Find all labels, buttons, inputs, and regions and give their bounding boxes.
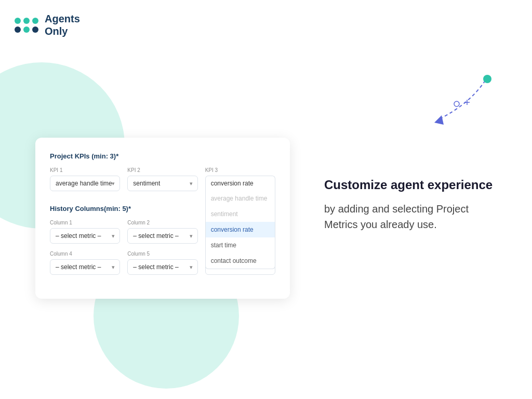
right-content: Customize agent experience by adding and…: [324, 177, 501, 232]
col4-select-wrapper: – select metric –: [50, 259, 120, 275]
col1-select-wrapper: – select metric –: [50, 228, 120, 244]
arrow-decoration: [397, 73, 501, 135]
col1-column: Column 1 – select metric –: [50, 220, 120, 244]
col5-label: Column 5: [127, 251, 197, 257]
col2-label: Column 2: [127, 220, 197, 225]
dropdown-item-sentiment[interactable]: sentiment: [206, 206, 275, 222]
col4-select[interactable]: – select metric –: [50, 259, 120, 275]
dot-4: [15, 26, 21, 33]
col2-select[interactable]: – select metric –: [127, 228, 197, 244]
kpi2-select[interactable]: sentiment: [127, 176, 197, 191]
col5-select[interactable]: – select metric –: [127, 259, 197, 275]
logo-dots: [15, 18, 38, 33]
kpi2-label: KPI 2: [127, 167, 197, 173]
dropdown-item-start-time[interactable]: start time: [206, 237, 275, 253]
dot-3: [32, 18, 38, 24]
right-headline: Customize agent experience: [324, 177, 501, 193]
dot-5: [23, 26, 30, 33]
kpi3-label: KPI 3: [205, 167, 275, 173]
kpi1-select-wrapper: average handle time: [50, 176, 120, 191]
col1-label: Column 1: [50, 220, 120, 225]
kpi1-column: KPI 1 average handle time: [50, 167, 120, 191]
col5-column: Column 5 – select metric –: [127, 251, 197, 275]
col4-label: Column 4: [50, 251, 120, 257]
kpi3-column: KPI 3 conversion rate average handle tim…: [205, 167, 275, 191]
dot-2: [23, 18, 30, 24]
kpi3-dropdown-menu: average handle time sentiment conversion…: [205, 191, 275, 269]
main-card: Project KPIs (min: 3)* KPI 1 average han…: [35, 138, 290, 299]
col4-column: Column 4 – select metric –: [50, 251, 120, 275]
dropdown-item-contact-outcome[interactable]: contact outcome: [206, 253, 275, 269]
kpi-section-title: Project KPIs (min: 3)*: [50, 152, 275, 160]
svg-marker-0: [434, 115, 444, 125]
col5-select-wrapper: – select metric –: [127, 259, 197, 275]
right-subtext: by adding and selecting Project Metrics …: [324, 201, 501, 232]
kpi2-select-wrapper: sentiment: [127, 176, 197, 191]
kpi-row: KPI 1 average handle time KPI 2 sentimen…: [50, 167, 275, 191]
dropdown-item-conversion[interactable]: conversion rate: [206, 222, 275, 237]
brand-name: Agents Only: [45, 12, 80, 37]
dropdown-item-aht[interactable]: average handle time: [206, 191, 275, 206]
kpi3-select-display[interactable]: conversion rate: [205, 176, 275, 191]
col1-select[interactable]: – select metric –: [50, 228, 120, 244]
kpi1-select[interactable]: average handle time: [50, 176, 120, 191]
kpi2-column: KPI 2 sentiment: [127, 167, 197, 191]
dot-1: [15, 18, 21, 24]
svg-point-2: [454, 101, 459, 107]
col2-select-wrapper: – select metric –: [127, 228, 197, 244]
kpi3-dropdown-wrapper: conversion rate average handle time sent…: [205, 176, 275, 191]
dot-6: [32, 26, 38, 33]
kpi1-label: KPI 1: [50, 167, 120, 173]
col2-column: Column 2 – select metric –: [127, 220, 197, 244]
svg-point-1: [483, 75, 491, 83]
header: Agents Only: [15, 12, 80, 37]
